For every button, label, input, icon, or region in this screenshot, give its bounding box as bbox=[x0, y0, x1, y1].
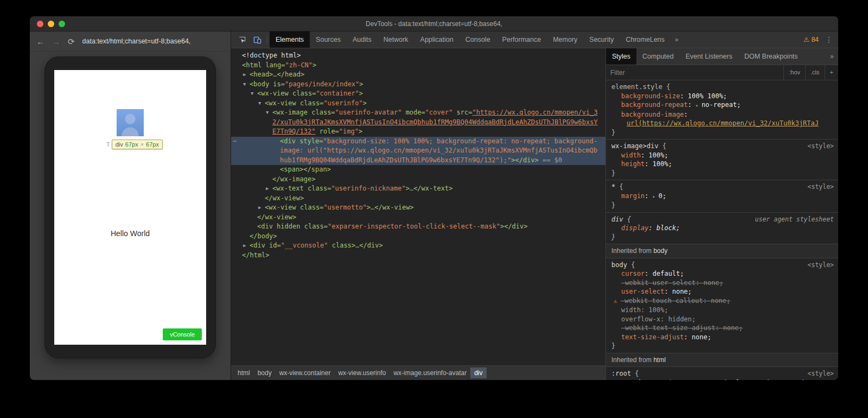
tree-node[interactable]: </wx-image> bbox=[231, 175, 605, 185]
minimize-window-button[interactable] bbox=[48, 21, 54, 27]
stylesheet-source-link[interactable]: user agent stylesheet bbox=[755, 215, 836, 224]
breadcrumb-item[interactable]: html bbox=[234, 368, 254, 378]
hov-toggle-button[interactable]: :hov bbox=[783, 65, 805, 80]
expand-arrow-icon[interactable]: ▼ bbox=[258, 99, 265, 109]
tab-application[interactable]: Application bbox=[414, 31, 459, 48]
warning-count: 84 bbox=[812, 36, 819, 43]
stylesheet-source-link[interactable]: <style> bbox=[808, 261, 836, 270]
css-url-link[interactable]: url(https://wx.qlogo.cn/mmopen/vi_32/xuT… bbox=[627, 119, 819, 127]
code-token: ></div> bbox=[500, 223, 528, 230]
stylesheet-source-link[interactable]: <style> bbox=[808, 142, 836, 151]
inherited-node-link[interactable]: html bbox=[653, 356, 666, 364]
inherited-node-link[interactable]: body bbox=[653, 247, 667, 255]
css-property[interactable]: width: 100%; bbox=[611, 306, 836, 315]
breadcrumb-item[interactable]: body bbox=[254, 368, 276, 378]
css-property[interactable]: margin: ▸ 0; bbox=[611, 192, 836, 201]
tree-node[interactable]: <div hidden class="exparser-inspector-to… bbox=[231, 222, 605, 232]
css-selector[interactable]: wx-image>div bbox=[611, 142, 659, 150]
css-property[interactable]: width: 100%; bbox=[611, 151, 836, 160]
expand-arrow-icon[interactable]: ▶ bbox=[243, 70, 250, 80]
css-property[interactable]: -webkit-user-select: none; bbox=[611, 278, 836, 288]
device-toolbar-icon[interactable] bbox=[250, 36, 265, 44]
css-property[interactable]: -webkit-text-size-adjust: none; bbox=[611, 324, 836, 333]
back-icon[interactable]: ← bbox=[36, 37, 44, 46]
tree-node[interactable]: ▶<wx-view class="usermotto">…</wx-view> bbox=[231, 203, 605, 213]
css-property[interactable]: height: 100%; bbox=[611, 160, 836, 169]
tree-node[interactable]: <html lang="zh-CN"> bbox=[231, 61, 605, 71]
tab-memory[interactable]: Memory bbox=[547, 31, 583, 48]
breadcrumb-item[interactable]: wx-view.userinfo bbox=[334, 368, 390, 378]
tab-console[interactable]: Console bbox=[459, 31, 496, 48]
css-selector[interactable]: body bbox=[611, 261, 627, 269]
expand-arrow-icon[interactable]: ▼ bbox=[251, 89, 257, 99]
tab-sources[interactable]: Sources bbox=[310, 31, 347, 48]
tree-node[interactable]: <!doctype html> bbox=[231, 51, 605, 61]
tree-node[interactable]: ▼<wx-view class="container"> bbox=[231, 89, 605, 99]
tab-dom-breakpoints[interactable]: DOM Breakpoints bbox=[738, 48, 804, 65]
breadcrumb-item[interactable]: wx-view.container bbox=[276, 368, 335, 378]
css-property[interactable]: ⚠-webkit-touch-callout: none; bbox=[611, 296, 836, 306]
node-menu-dots-icon[interactable]: ⋯ bbox=[233, 137, 237, 147]
css-property[interactable]: background-repeat: ▸ no-repeat; bbox=[611, 100, 836, 110]
expand-value-icon[interactable]: ▸ bbox=[695, 103, 701, 108]
expand-arrow-icon[interactable]: ▼ bbox=[266, 108, 272, 118]
issues-badge[interactable]: ⚠ 84 bbox=[803, 36, 819, 43]
stylesheet-source-link[interactable]: <style> bbox=[808, 369, 836, 378]
tree-node[interactable]: </wx-view> bbox=[231, 194, 605, 204]
tree-node[interactable]: ▶<wx-text class="userinfo-nickname">…</w… bbox=[231, 184, 605, 194]
tree-node[interactable]: ▶<div id="__vconsole" class>…</div> bbox=[231, 241, 605, 251]
tree-node[interactable]: </html> bbox=[231, 251, 605, 261]
expand-arrow-icon[interactable]: ▶ bbox=[266, 184, 272, 194]
css-property[interactable]: text-size-adjust: none; bbox=[611, 333, 836, 342]
inherited-header: Inherited from html bbox=[606, 353, 838, 368]
zoom-window-button[interactable] bbox=[59, 21, 65, 27]
filter-input[interactable]: Filter bbox=[610, 69, 783, 77]
tree-node[interactable]: ▼<wx-image class="userinfo-avatar" mode=… bbox=[231, 108, 605, 137]
tree-node[interactable]: ▼<body is="pages/index/index"> bbox=[231, 80, 605, 90]
breadcrumb-item[interactable]: wx-image.userinfo-avatar bbox=[390, 368, 470, 378]
tab-network[interactable]: Network bbox=[378, 31, 414, 48]
css-property[interactable]: cursor: default; bbox=[611, 269, 836, 278]
tree-node[interactable]: ⋯<div style="background-size: 100% 100%;… bbox=[231, 137, 605, 166]
tab-elements[interactable]: Elements bbox=[270, 31, 310, 48]
forward-icon[interactable]: → bbox=[52, 37, 60, 46]
breadcrumb-item[interactable]: div bbox=[470, 368, 486, 378]
inspect-element-icon[interactable] bbox=[234, 36, 250, 44]
css-property[interactable]: user-select: none; bbox=[611, 287, 836, 296]
tab-performance[interactable]: Performance bbox=[496, 31, 547, 48]
expand-arrow-icon[interactable]: ▶ bbox=[243, 241, 250, 251]
tab-audits[interactable]: Audits bbox=[347, 31, 378, 48]
devtools-menu-icon[interactable]: ⋮ bbox=[825, 35, 833, 44]
cls-toggle-button[interactable]: .cls bbox=[805, 65, 825, 80]
expand-value-icon[interactable]: ▸ bbox=[653, 194, 659, 199]
more-tabs-icon[interactable]: » bbox=[671, 36, 683, 43]
tree-node[interactable]: </wx-view> bbox=[231, 213, 605, 223]
tab-event-listeners[interactable]: Event Listeners bbox=[680, 48, 738, 65]
vconsole-button[interactable]: vConsole bbox=[163, 328, 202, 340]
expand-arrow-icon[interactable]: ▼ bbox=[243, 80, 250, 90]
address-url[interactable]: data:text/html;charset=utf-8;base64, bbox=[82, 37, 191, 45]
tree-node[interactable]: <span></span> bbox=[231, 165, 605, 175]
expand-arrow-icon[interactable]: ▶ bbox=[258, 203, 265, 213]
css-property[interactable]: overflow-x: hidden; bbox=[611, 315, 836, 324]
tree-node[interactable]: ▶<head>…</head> bbox=[231, 70, 605, 80]
close-window-button[interactable] bbox=[37, 21, 43, 27]
tree-node[interactable]: </body> bbox=[231, 232, 605, 242]
tab-computed[interactable]: Computed bbox=[636, 48, 680, 65]
user-avatar-image[interactable] bbox=[117, 109, 144, 136]
css-selector[interactable]: :root bbox=[611, 370, 631, 377]
tab-security[interactable]: Security bbox=[583, 31, 620, 48]
tab-styles[interactable]: Styles bbox=[606, 48, 636, 65]
styles-more-tabs-icon[interactable]: » bbox=[826, 53, 838, 60]
new-style-rule-button[interactable]: + bbox=[825, 65, 838, 80]
tree-node[interactable]: ▼<wx-view class="userinfo"> bbox=[231, 99, 605, 109]
css-property[interactable]: background-size: 100% 100%; bbox=[611, 92, 836, 101]
tab-chromelens[interactable]: ChromeLens bbox=[620, 31, 671, 48]
stylesheet-source-link[interactable]: <style> bbox=[808, 182, 836, 192]
css-property[interactable]: --safe-area-inset-top: env(safe-area-ins… bbox=[611, 378, 836, 381]
css-selector[interactable]: div bbox=[611, 216, 623, 223]
css-property[interactable]: display: block; bbox=[611, 224, 836, 233]
css-selector[interactable]: element.style bbox=[611, 83, 662, 91]
css-property[interactable]: background-image: url(https://wx.qlogo.c… bbox=[611, 110, 836, 128]
reload-icon[interactable]: ⟳ bbox=[68, 37, 75, 46]
